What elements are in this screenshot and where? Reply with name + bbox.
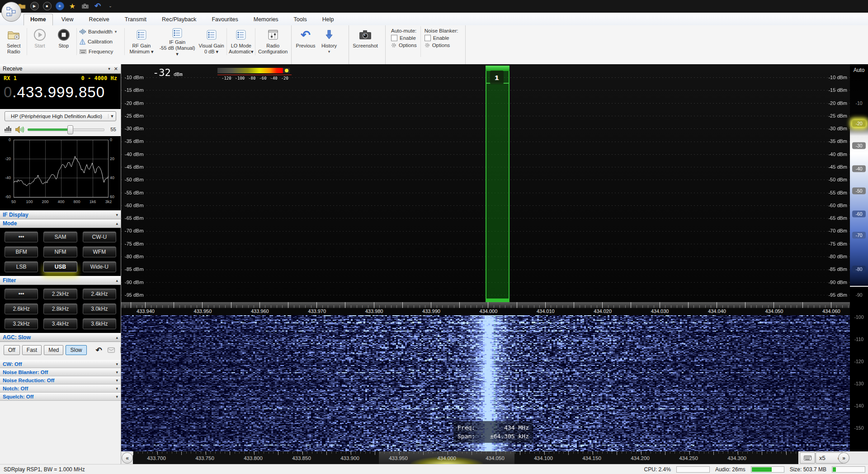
agc-button[interactable]: Med — [44, 345, 63, 355]
panel-collapse-icon[interactable]: ▾ — [108, 66, 110, 71]
mode-button[interactable]: SAM — [43, 232, 77, 242]
filter-button[interactable]: 3.4kHz — [43, 318, 77, 329]
level-marker[interactable]: -80 — [852, 266, 866, 273]
section-filter[interactable]: Filter▴ — [0, 276, 121, 285]
add-icon[interactable]: + — [55, 1, 64, 10]
level-marker[interactable]: -150 — [852, 425, 866, 431]
dsp-section-row[interactable]: Notch: Off▾ — [0, 384, 121, 393]
screenshot-button[interactable]: Screenshot — [351, 26, 380, 57]
radio-configuration-button[interactable]: Radio Configuration — [256, 26, 289, 57]
checkbox-icon[interactable] — [425, 35, 431, 41]
level-marker[interactable]: -40 — [852, 166, 866, 172]
panel-close-icon[interactable]: ✕ — [114, 66, 118, 72]
navigator-track[interactable]: 433.700433.750433.800433.850433.900433.9… — [133, 451, 798, 464]
noise-blanker-options-button[interactable]: Options — [425, 43, 458, 48]
ribbon-tab[interactable]: View — [55, 14, 80, 25]
history-button[interactable]: History ▾ — [318, 26, 340, 57]
auto-mute-enable-checkbox[interactable]: Enable — [391, 35, 417, 41]
select-radio-button[interactable]: Select Radio — [2, 26, 26, 57]
application-menu-button[interactable] — [1, 2, 21, 22]
favourite-star-icon[interactable]: ★ — [68, 1, 77, 10]
bandwidth-button[interactable]: Bandwidth▾ — [80, 28, 122, 36]
dsp-section-row[interactable]: Squelch: Off▾ — [0, 393, 121, 401]
ribbon-tab[interactable]: Favourites — [205, 14, 245, 25]
frequency-button[interactable]: Frequency — [80, 47, 122, 56]
mode-button[interactable]: BFM — [5, 246, 38, 257]
filter-button[interactable]: 3.0kHz — [83, 303, 116, 314]
ribbon-tab[interactable]: Rec/Playback — [155, 14, 203, 25]
agc-button[interactable]: Slow — [66, 345, 86, 355]
stop-icon[interactable]: ■ — [42, 1, 52, 10]
dsp-section-row[interactable]: Noise Blanker: Off▾ — [0, 368, 121, 376]
camera-icon[interactable] — [80, 1, 90, 10]
checkbox-icon[interactable] — [391, 35, 397, 41]
dsp-section-row[interactable]: Noise Reduction: Off▾ — [0, 376, 121, 384]
level-marker[interactable]: -70 — [852, 232, 866, 239]
filter-button[interactable]: 2.2kHz — [43, 289, 77, 299]
dsp-section-row[interactable]: CW: Off▾ — [0, 360, 121, 368]
rf-gain-button[interactable]: RF Gain Minimum ▾ — [126, 26, 158, 57]
agc-button[interactable]: Off — [4, 345, 20, 355]
spectrum-frequency-ruler[interactable] — [121, 302, 850, 308]
ribbon-tab[interactable]: Receive — [82, 14, 116, 25]
mode-button[interactable]: CW-U — [83, 232, 116, 242]
frequency-readout[interactable]: 0.433.999.850 — [4, 84, 117, 101]
level-range-strip[interactable]: Auto -10-20-30-40-50-60-70-80-90-100-110… — [850, 64, 868, 451]
ribbon-tab[interactable]: Help — [316, 14, 341, 25]
frequency-lcd[interactable]: RX 1 0 - 4000 Hz 0.433.999.850 — [0, 74, 121, 109]
auto-mute-options-button[interactable]: Options — [391, 43, 417, 48]
if-gain-button[interactable]: IF Gain -55 dB (Manual) ▾ — [157, 26, 197, 57]
visual-gain-button[interactable]: Visual Gain 0 dB ▾ — [197, 26, 226, 57]
speaker-icon[interactable] — [15, 126, 24, 133]
volume-slider-thumb[interactable] — [67, 125, 73, 134]
auto-range-button[interactable]: Auto — [850, 67, 868, 73]
nav-right-button[interactable]: » — [838, 452, 849, 464]
agc-undo-icon[interactable]: ↶ — [96, 346, 102, 355]
channel-marker-1[interactable]: 1 — [490, 71, 504, 84]
stop-button[interactable]: Stop — [52, 26, 75, 57]
mode-button[interactable]: USB — [43, 261, 77, 272]
mode-button[interactable]: ••• — [5, 232, 38, 242]
filter-button[interactable]: 3.6kHz — [83, 318, 116, 329]
channel-region[interactable] — [486, 66, 509, 302]
undo-icon[interactable]: ↶ — [93, 1, 102, 10]
level-marker[interactable]: -120 — [852, 358, 866, 365]
section-if-display[interactable]: IF Display▾ — [0, 210, 121, 219]
agc-button[interactable]: Fast — [22, 345, 42, 355]
keyboard-entry-button[interactable] — [800, 452, 815, 464]
filter-button[interactable]: 2.8kHz — [43, 303, 77, 314]
mode-button[interactable]: WFM — [83, 246, 116, 257]
waterfall-display[interactable]: Freq:434 MHz Span:±64.305 kHz — [121, 315, 850, 451]
ribbon-tab[interactable]: Home — [24, 14, 53, 25]
equalizer-icon[interactable] — [5, 126, 12, 133]
audio-device-select[interactable]: HP (Périphérique High Definition Audio) … — [5, 111, 116, 121]
level-marker[interactable]: -10 — [852, 100, 866, 107]
filter-button[interactable]: 2.4kHz — [83, 289, 116, 299]
play-icon[interactable]: ▶ — [30, 1, 39, 10]
level-marker[interactable]: -30 — [852, 142, 866, 149]
ribbon-tab[interactable]: Transmit — [118, 14, 153, 25]
section-mode[interactable]: Mode▴ — [0, 219, 121, 228]
volume-slider[interactable] — [28, 125, 104, 133]
more-commands-icon[interactable]: ⌄ — [106, 1, 115, 10]
level-marker[interactable]: -130 — [852, 380, 866, 387]
filter-button[interactable]: 2.6kHz — [5, 303, 38, 314]
calibration-button[interactable]: Calibration — [80, 38, 122, 46]
ribbon-tab[interactable]: Memories — [247, 14, 285, 25]
lo-mode-button[interactable]: LO Mode Automatic▾ — [228, 26, 254, 57]
level-marker[interactable]: -100 — [852, 314, 866, 321]
receive-panel-header[interactable]: Receive ▾ ✕ — [0, 64, 121, 74]
level-marker[interactable]: -60 — [852, 211, 866, 218]
start-button[interactable]: Start — [28, 26, 52, 57]
mode-button[interactable]: LSB — [5, 261, 38, 272]
level-marker[interactable]: -90 — [852, 292, 866, 299]
previous-frequency-button[interactable]: ↶ Previous — [293, 26, 318, 57]
level-marker[interactable]: -110 — [852, 336, 866, 343]
mode-button[interactable]: NFM — [43, 246, 77, 257]
ribbon-tab[interactable]: Tools — [287, 14, 314, 25]
filter-button[interactable]: 3.2kHz — [5, 318, 38, 329]
nav-left-button[interactable]: « — [122, 452, 133, 464]
section-agc[interactable]: AGC: Slow▴ — [0, 333, 121, 342]
mode-button[interactable]: Wide-U — [83, 261, 116, 272]
level-marker[interactable]: -50 — [852, 188, 866, 194]
